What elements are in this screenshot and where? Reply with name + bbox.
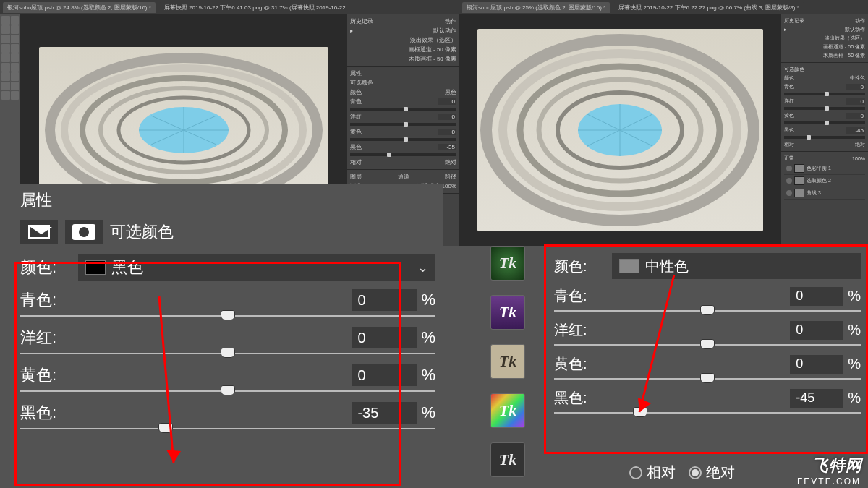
tool-icon[interactable] [1,53,10,62]
action-item[interactable]: 默认动作 [845,26,865,33]
tool-icon[interactable] [11,25,20,34]
action-item[interactable]: 淡出效果（选区） [410,36,456,44]
slider-input[interactable] [352,402,417,424]
tool-icon[interactable] [1,82,10,90]
tool-icon[interactable] [1,16,10,25]
slider-thumb[interactable] [700,373,715,383]
action-item[interactable]: 木质画框 - 50 像素 [823,52,865,59]
slider-label: 青色 [350,98,362,106]
slider-magenta: 洋红: % [547,319,868,353]
slider-track[interactable] [554,378,861,380]
document-tab[interactable]: 屏幕快照 2019-10-22 下午6.22.27.png @ 66.7% (曲… [614,2,804,13]
tool-icon[interactable] [1,35,10,43]
action-item[interactable]: 淡出效果（选区） [825,35,865,42]
slider-input[interactable] [790,287,843,306]
swatch-icon [85,260,106,275]
tool-icon[interactable] [11,53,20,62]
slider-cyan: 青色: % [13,286,443,324]
tool-icon[interactable] [11,35,20,43]
slider-track[interactable] [20,353,435,354]
panel-tab[interactable]: 历史记录 [784,17,804,25]
slider-value[interactable] [438,114,456,120]
slider-input[interactable] [352,289,417,311]
layer[interactable]: 选取颜色 2 [807,177,831,184]
tool-icon[interactable] [1,72,10,81]
tool-icon[interactable] [11,82,20,90]
tool-icon[interactable] [11,91,20,100]
tk-icon[interactable]: Tk [490,295,525,330]
slider-thumb[interactable] [700,305,715,315]
tool-icon[interactable] [1,91,10,100]
adjustment-icon[interactable] [20,220,58,244]
radio-absolute[interactable]: 绝对 [689,463,735,482]
radio-relative[interactable]: 相对 [629,463,676,482]
slider-label: 黄色 [350,128,362,136]
slider-track[interactable] [554,412,861,414]
document-tab[interactable]: 银河soho屋顶.psb @ 25% (选取颜色 2, 图层蒙版/16) * [462,2,610,13]
panel-tab[interactable]: 通道 [398,173,409,181]
tk-icon[interactable]: Tk [490,442,525,477]
properties-panel-left: 属性 可选颜色 颜色: 黑色 ⌄ 青色: % 洋红: % 黄色: % [13,184,443,476]
action-item[interactable]: 默认动作 [433,27,456,35]
slider-value[interactable] [438,144,456,150]
slider-thumb[interactable] [700,339,715,349]
slider-input[interactable] [790,321,843,340]
slider-track[interactable] [20,428,435,429]
dropdown[interactable]: 黑色 [445,88,456,96]
panel-tab[interactable]: 图层 [350,173,362,181]
dropdown[interactable]: 中性色 [850,74,865,82]
tool-icon[interactable] [11,63,20,72]
slider-input[interactable] [352,327,417,348]
tk-icon[interactable]: Tk [490,344,525,379]
colors-dropdown[interactable]: 中性色 [612,253,861,279]
panel-tab[interactable]: 动作 [855,17,865,25]
document-tab[interactable]: 屏幕快照 2019-10-22 下午6.41.03.png @ 31.7% (屏… [160,2,362,13]
tk-icon[interactable]: Tk [490,246,525,281]
tool-icon[interactable] [11,44,20,53]
slider-thumb[interactable] [158,423,173,433]
radio-option[interactable]: 相对 [350,158,362,166]
slider-track[interactable] [20,390,435,392]
layer[interactable]: 曲线 3 [807,189,821,197]
slider-thumb[interactable] [221,310,235,320]
slider-track[interactable] [554,310,861,312]
tool-icon[interactable] [1,63,10,72]
slider-input[interactable] [790,355,843,374]
panel-tab[interactable]: 历史记录 [350,17,373,25]
action-item[interactable]: 画框通道 - 50 像素 [409,46,456,53]
slider-value[interactable] [438,129,456,135]
tool-icon[interactable] [11,72,20,81]
method-radios: 相对 绝对 [629,463,735,482]
action-item[interactable]: 画框通道 - 50 像素 [823,43,865,51]
canvas[interactable] [459,14,781,246]
slider-thumb[interactable] [633,407,647,417]
slider-label: 洋红 [350,113,362,121]
colors-dropdown[interactable]: 黑色 ⌄ [78,254,435,281]
slider-track[interactable] [20,315,435,317]
artwork [477,29,763,231]
mask-icon[interactable] [65,220,103,244]
radio-icon [629,466,642,479]
tool-icon[interactable] [11,16,20,25]
slider-thumb[interactable] [221,385,235,395]
ps-window-right: 银河soho屋顶.psb @ 25% (选取颜色 2, 图层蒙版/16) * 屏… [459,0,868,246]
document-tab[interactable]: 银河soho屋顶.psb @ 24.8% (选取颜色 2, 图层蒙版/16) * [3,2,156,13]
panel-tab[interactable]: 属性 [350,69,362,77]
slider-value[interactable] [438,98,456,105]
action-item[interactable]: 木质画框 - 50 像素 [409,55,456,63]
panel-tab[interactable]: 路径 [445,173,456,181]
label: 颜色 [350,88,362,96]
slider-input[interactable] [790,389,843,408]
swatch-icon [619,259,639,273]
slider-label: 黑色 [350,143,362,151]
slider-input[interactable] [352,364,417,386]
radio-option[interactable]: 绝对 [445,158,456,166]
right-panels-right-window: 历史记录动作 ▸默认动作 淡出效果（选区） 画框通道 - 50 像素 木质画框 … [781,14,868,246]
layer[interactable]: 色彩平衡 1 [807,165,831,172]
tool-icon[interactable] [1,44,10,53]
slider-track[interactable] [554,344,861,346]
tool-icon[interactable] [1,25,10,34]
panel-tab[interactable]: 动作 [445,17,456,25]
tk-icon[interactable]: Tk [490,393,525,428]
slider-thumb[interactable] [221,348,235,358]
